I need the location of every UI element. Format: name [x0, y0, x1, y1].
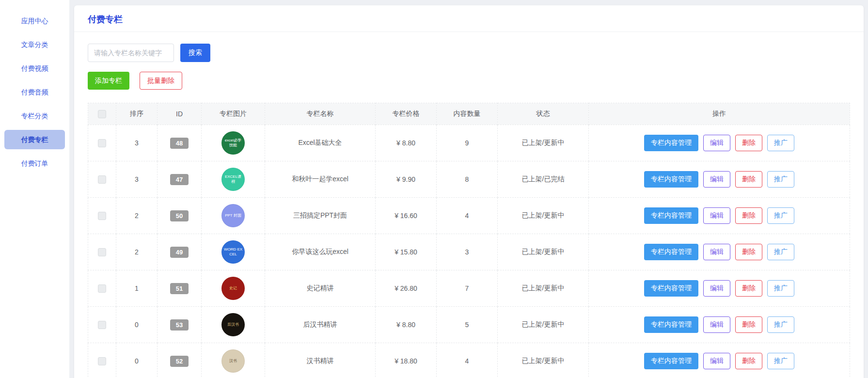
row-name: 史记精讲	[265, 270, 376, 307]
edit-button[interactable]: 编辑	[703, 171, 730, 188]
row-price: ¥ 18.80	[376, 343, 437, 378]
row-name: 汉书精讲	[265, 343, 376, 378]
delete-button[interactable]: 删除	[735, 353, 762, 369]
manage-content-button[interactable]: 专栏内容管理	[644, 135, 698, 151]
sidebar-item-app-center[interactable]: 应用中心	[4, 11, 65, 31]
edit-button[interactable]: 编辑	[703, 207, 730, 224]
edit-button[interactable]: 编辑	[703, 353, 730, 369]
edit-button[interactable]: 编辑	[703, 244, 730, 260]
search-input[interactable]	[88, 44, 174, 62]
sidebar-item-paid-audio[interactable]: 付费音频	[4, 82, 65, 102]
row-checkbox[interactable]	[98, 139, 106, 147]
row-name: 和秋叶一起学excel	[265, 161, 376, 198]
add-column-button[interactable]: 添加专栏	[88, 72, 129, 90]
delete-button[interactable]: 删除	[735, 244, 762, 260]
row-image-cell: 后汉书	[202, 307, 265, 343]
row-checkbox[interactable]	[98, 248, 106, 256]
column-image: EXCEL课程	[221, 168, 245, 191]
manage-content-button[interactable]: 专栏内容管理	[644, 244, 698, 260]
row-checkbox[interactable]	[98, 357, 106, 365]
table-head: 排序 ID 专栏图片 专栏名称 专栏价格 内容数量 状态 操作	[88, 103, 850, 125]
row-image-cell: 史记	[202, 270, 265, 307]
delete-button[interactable]: 删除	[735, 171, 762, 188]
promote-button[interactable]: 推广	[767, 207, 794, 224]
row-count: 9	[437, 125, 498, 161]
columns-table: 排序 ID 专栏图片 专栏名称 专栏价格 内容数量 状态 操作 3 48	[88, 103, 850, 378]
row-count: 8	[437, 161, 498, 198]
col-header-status: 状态	[498, 103, 589, 125]
row-ops-cell: 专栏内容管理 编辑 删除 推广	[589, 270, 850, 307]
table-row: 1 51 史记 史记精讲 ¥ 26.80 7 已上架/更新中 专栏内容管理 编辑…	[88, 270, 850, 307]
row-select-cell	[88, 270, 116, 307]
column-image: PPT 封面	[221, 204, 245, 227]
column-image: WORD EXCEL	[221, 240, 245, 264]
sidebar-item-paid-video[interactable]: 付费视频	[4, 59, 65, 78]
row-count: 4	[437, 198, 498, 234]
sidebar-item-article-cats[interactable]: 文章分类	[4, 35, 65, 54]
manage-content-button[interactable]: 专栏内容管理	[644, 207, 698, 224]
delete-button[interactable]: 删除	[735, 316, 762, 333]
select-all-header	[88, 103, 116, 125]
delete-button[interactable]: 删除	[735, 280, 762, 297]
row-id-cell: 50	[158, 198, 202, 234]
promote-button[interactable]: 推广	[767, 171, 794, 188]
row-id-cell: 48	[158, 125, 202, 161]
manage-content-button[interactable]: 专栏内容管理	[644, 171, 698, 188]
row-sort: 3	[116, 125, 158, 161]
row-checkbox[interactable]	[98, 284, 106, 293]
row-select-cell	[88, 343, 116, 378]
row-status: 已上架/已完结	[498, 161, 589, 198]
select-all-checkbox[interactable]	[98, 110, 106, 118]
row-ops-cell: 专栏内容管理 编辑 删除 推广	[589, 125, 850, 161]
manage-content-button[interactable]: 专栏内容管理	[644, 316, 698, 333]
delete-button[interactable]: 删除	[735, 207, 762, 224]
col-header-price: 专栏价格	[376, 103, 437, 125]
row-checkbox[interactable]	[98, 212, 106, 220]
promote-button[interactable]: 推广	[767, 353, 794, 369]
delete-button[interactable]: 删除	[735, 135, 762, 151]
row-price: ¥ 15.80	[376, 234, 437, 270]
row-status: 已上架/更新中	[498, 307, 589, 343]
row-status: 已上架/更新中	[498, 270, 589, 307]
row-price: ¥ 16.60	[376, 198, 437, 234]
search-button[interactable]: 搜索	[180, 44, 210, 62]
promote-button[interactable]: 推广	[767, 316, 794, 333]
edit-button[interactable]: 编辑	[703, 280, 730, 297]
row-ops-cell: 专栏内容管理 编辑 删除 推广	[589, 198, 850, 234]
row-image-cell: EXCEL课程	[202, 161, 265, 198]
row-checkbox[interactable]	[98, 175, 106, 184]
sidebar-item-paid-columns[interactable]: 付费专栏	[4, 130, 65, 149]
edit-button[interactable]: 编辑	[703, 316, 730, 333]
sidebar-item-paid-orders[interactable]: 付费订单	[4, 154, 65, 173]
card-header: 付费专栏	[74, 5, 864, 32]
column-image: 史记	[221, 277, 245, 300]
row-checkbox[interactable]	[98, 321, 106, 329]
row-price: ¥ 8.80	[376, 125, 437, 161]
manage-content-button[interactable]: 专栏内容管理	[644, 280, 698, 297]
manage-content-button[interactable]: 专栏内容管理	[644, 353, 698, 369]
sidebar-item-column-cats[interactable]: 专栏分类	[4, 106, 65, 126]
row-price: ¥ 9.90	[376, 161, 437, 198]
row-sort: 2	[116, 198, 158, 234]
edit-button[interactable]: 编辑	[703, 135, 730, 151]
promote-button[interactable]: 推广	[767, 244, 794, 260]
row-name: 三招搞定PPT封面	[265, 198, 376, 234]
id-badge: 52	[170, 356, 189, 367]
promote-button[interactable]: 推广	[767, 135, 794, 151]
batch-delete-button[interactable]: 批量删除	[140, 72, 182, 90]
row-count: 7	[437, 270, 498, 307]
row-image-cell: excel必学技能	[202, 125, 265, 161]
row-name: Excel基础大全	[265, 125, 376, 161]
col-header-image: 专栏图片	[202, 103, 265, 125]
row-price: ¥ 8.80	[376, 307, 437, 343]
row-select-cell	[88, 234, 116, 270]
id-badge: 51	[170, 283, 189, 294]
search-row: 搜索	[88, 44, 850, 62]
row-sort: 2	[116, 234, 158, 270]
row-status: 已上架/更新中	[498, 198, 589, 234]
row-status: 已上架/更新中	[498, 125, 589, 161]
sidebar: 应用中心 文章分类 付费视频 付费音频 专栏分类 付费专栏 付费订单	[0, 0, 69, 378]
col-header-ops: 操作	[589, 103, 850, 125]
promote-button[interactable]: 推广	[767, 280, 794, 297]
col-header-sort: 排序	[116, 103, 158, 125]
